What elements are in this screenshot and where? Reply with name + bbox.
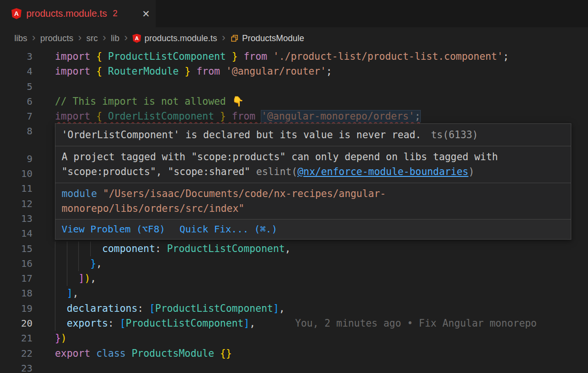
code-line-4[interactable]: 4import { RouterModule } from '@angular/… [0,64,588,79]
line-content: import { ProductListComponent } from './… [55,49,509,64]
indent-guide [78,241,90,256]
module-info-line2: monorepo/libs/orders/src/index" [62,201,565,216]
code-line-7[interactable]: 7import { OrderListComponent } from '@an… [0,109,588,124]
code-token: , [279,303,285,314]
line-number[interactable]: 23 [0,361,32,373]
code-line-15[interactable]: 15component: ProductListComponent, [0,241,588,256]
code-line-5[interactable]: 5 [0,79,588,94]
line-content: ], [55,286,78,301]
code-line-20[interactable]: 20exports: [ProductListComponent],You, 2… [0,316,588,331]
code-line-16[interactable]: 16}, [0,256,588,271]
breadcrumb-item-symbol[interactable]: ProductsModule [230,33,304,44]
code-token: ProductListComponent [126,318,244,329]
code-token: ProductsModule [131,348,214,359]
tab-bar: A products.module.ts 2 ✕ [0,0,588,27]
code-line-17[interactable]: 17]), [0,271,588,286]
line-content: component: ProductListComponent, [55,241,291,256]
line-number[interactable]: 18 [0,286,32,301]
code-token: , [90,273,96,284]
code-token: from [191,66,226,77]
code-token: ) [85,273,90,284]
code-token: : [155,243,167,254]
eslint-message-line1: A project tagged with "scope:products" c… [62,150,565,165]
code-line-21[interactable]: 21}) [0,331,588,346]
view-problem-action[interactable]: View Problem (⌥F8) [62,223,165,236]
line-number[interactable]: 9 [0,152,32,166]
line-number[interactable]: 10 [0,166,32,181]
close-icon[interactable]: ✕ [142,8,150,20]
line-number[interactable]: 17 [0,271,32,286]
module-path-line1: "/Users/isaac/Documents/code/nx-recipes/… [103,188,385,199]
code-token: RouterModule [108,66,179,77]
line-number[interactable]: 7 [0,109,32,124]
code-line-6[interactable]: 6// This import is not allowed 👇 [0,94,588,109]
line-number[interactable]: 16 [0,256,32,271]
line-number[interactable]: 4 [0,64,32,79]
code-token: '@angular/router' [226,66,326,77]
eslint-rule-link[interactable]: @nx/enforce-module-boundaries [298,166,469,177]
line-number[interactable]: 19 [0,301,32,316]
quick-fix-action[interactable]: Quick Fix... (⌘.) [180,223,278,236]
code-token: import [55,110,96,122]
breadcrumb-item-src[interactable]: src [86,33,98,44]
code-token: OrderListComponent [108,110,214,122]
code-token: ProductListComponent [155,303,273,314]
code-token: import [55,66,96,77]
code-line-22[interactable]: 22export class ProductsModule {} [0,346,588,361]
code-token: './product-list/product-list.component' [273,51,503,62]
breadcrumb-item-products[interactable]: products [40,33,73,44]
line-content: ]), [55,271,96,286]
line-number[interactable]: 11 [0,181,32,196]
breadcrumb-item-libs[interactable]: libs [14,33,27,44]
code-token: ] [273,303,279,314]
code-token: {} [220,348,232,359]
code-line-19[interactable]: 19declarations: [ProductListComponent], [0,301,588,316]
code-line-3[interactable]: 3import { ProductListComponent } from '.… [0,49,588,64]
eslint-source: eslint( [250,166,298,177]
code-token [214,348,220,359]
line-number[interactable]: 12 [0,197,32,211]
line-number[interactable]: 13 [0,211,32,226]
code-token: [ [120,318,126,329]
line-number[interactable]: 5 [0,79,32,94]
indent-guide [55,271,67,286]
line-number[interactable]: 15 [0,241,32,256]
hover-module-info: module "/Users/isaac/Documents/code/nx-r… [55,183,571,219]
code-line-23[interactable]: 23 [0,361,588,373]
breadcrumb-item-lib[interactable]: lib [111,33,119,44]
line-number[interactable]: 22 [0,346,32,361]
eslint-source-close: ) [469,166,474,177]
code-token: { [96,51,108,62]
line-number[interactable]: 6 [0,94,32,109]
line-content: // This import is not allowed 👇 [55,94,244,109]
chevron-right-icon: › [222,33,225,44]
chevron-right-icon: › [78,33,81,44]
line-number[interactable]: 14 [0,226,32,241]
breadcrumb-item-file[interactable]: A products.module.ts [132,33,217,44]
code-line-18[interactable]: 18], [0,286,588,301]
hover-ts-diagnostic: 'OrderListComponent' is declared but its… [55,124,571,146]
code-token: ; [415,110,420,122]
code-token: } [179,66,191,77]
code-token: ) [61,332,66,344]
code-token: ] [78,273,84,284]
line-content: exports: [ProductListComponent],You, 2 m… [55,316,537,331]
chevron-right-icon: › [32,33,35,44]
line-content: }) [55,331,67,346]
indent-guide [67,241,79,256]
code-token: exports [67,318,108,329]
class-symbol-icon [230,34,239,43]
line-number[interactable]: 8 [0,124,32,139]
angular-icon-letter: A [135,35,139,41]
eslint-scopes: "scope:products", "scope:shared" [62,166,250,177]
line-number[interactable]: 20 [0,316,32,331]
line-content: import { OrderListComponent } from '@ang… [55,109,420,124]
line-number[interactable]: 21 [0,331,32,346]
angular-icon: A [132,34,141,43]
code-token: ProductListComponent [108,51,226,62]
tab-products-module[interactable]: A products.module.ts 2 ✕ [0,0,156,27]
code-token: } [214,110,226,122]
angular-icon: A [11,8,21,19]
code-token: } [226,51,238,62]
line-number[interactable]: 3 [0,49,32,64]
